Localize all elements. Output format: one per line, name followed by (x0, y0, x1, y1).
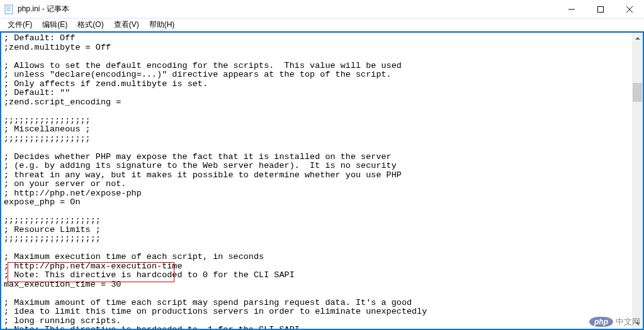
notepad-icon (4, 4, 14, 14)
menubar: 文件(F) 编辑(E) 格式(O) 查看(V) 帮助(H) (0, 19, 644, 31)
minimize-button[interactable] (557, 0, 586, 18)
scroll-up-icon[interactable] (632, 33, 643, 43)
svg-rect-5 (598, 6, 604, 12)
php-logo-icon: php (589, 317, 613, 327)
menu-format[interactable]: 格式(O) (72, 18, 108, 31)
vertical-scrollbar[interactable] (632, 33, 643, 329)
window-title: php.ini - 记事本 (18, 4, 557, 14)
close-button[interactable] (615, 0, 644, 18)
menu-edit[interactable]: 编辑(E) (37, 18, 72, 31)
maximize-button[interactable] (586, 0, 615, 18)
watermark: php 中文网 (589, 316, 640, 327)
content-area: ; Default: Off ;zend.multibyte = Off ; A… (0, 31, 644, 330)
svg-marker-8 (635, 37, 640, 40)
watermark-text: 中文网 (616, 316, 640, 327)
window-controls (557, 0, 644, 18)
menu-view[interactable]: 查看(V) (109, 18, 144, 31)
text-editor[interactable]: ; Default: Off ;zend.multibyte = Off ; A… (1, 33, 632, 329)
titlebar: php.ini - 记事本 (0, 0, 644, 19)
svg-rect-0 (5, 5, 13, 14)
menu-help[interactable]: 帮助(H) (144, 18, 180, 31)
scroll-thumb[interactable] (633, 83, 642, 102)
menu-file[interactable]: 文件(F) (3, 18, 37, 31)
